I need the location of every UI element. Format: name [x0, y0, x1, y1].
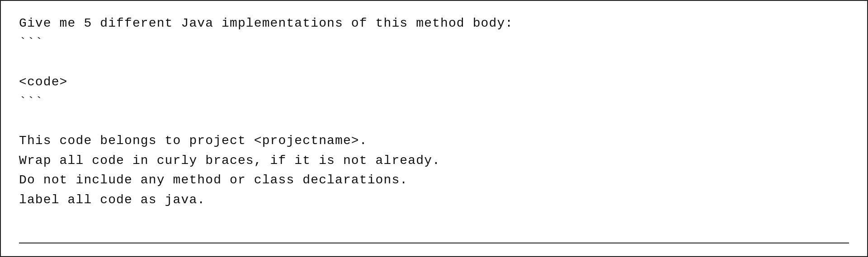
bottom-separator [19, 243, 849, 244]
main-container: Give me 5 different Java implementations… [0, 0, 868, 257]
prompt-text: Give me 5 different Java implementations… [19, 14, 849, 210]
